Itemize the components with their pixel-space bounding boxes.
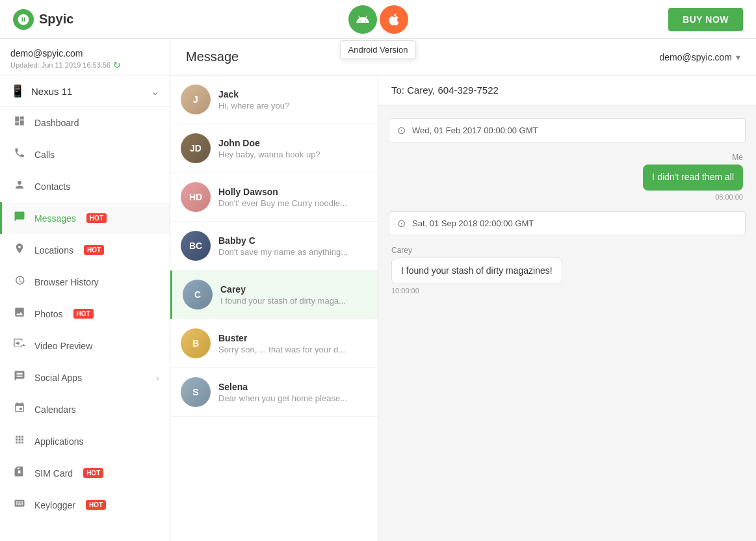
sidebar-item-label-calendars: Calendars bbox=[34, 404, 76, 415]
contacts-icon bbox=[12, 179, 27, 194]
contact-item-babby-c[interactable]: BC Babby C Don't save my name as anythin… bbox=[170, 222, 378, 270]
contact-info-buster: Buster Sorry son, ... that was for your … bbox=[218, 333, 367, 354]
contact-item-holly-dawson[interactable]: HD Holly Dawson Don't' ever Buy me Curry… bbox=[170, 173, 378, 222]
account-chevron-icon: ▾ bbox=[736, 52, 740, 62]
messages-icon bbox=[12, 211, 27, 226]
contact-name-selena: Selena bbox=[218, 382, 367, 392]
sidebar-item-label-messages: Messages bbox=[34, 213, 76, 224]
contact-item-john-doe[interactable]: JD John Doe Hey baby, wanna hook up? bbox=[170, 124, 378, 173]
date-1-text: Wed, 01 Feb 2017 00:00:00 GMT bbox=[412, 125, 538, 135]
contact-item-buster[interactable]: B Buster Sorry son, ... that was for you… bbox=[170, 319, 378, 368]
account-menu[interactable]: demo@spyic.com ▾ bbox=[660, 52, 740, 62]
contact-item-selena[interactable]: S Selena Dear when you get home please..… bbox=[170, 368, 378, 417]
sidebar-item-label-locations: Locations bbox=[34, 245, 73, 256]
applications-icon bbox=[12, 434, 27, 449]
sidebar-item-photos[interactable]: Photos HOT bbox=[0, 298, 170, 330]
photos-icon bbox=[12, 306, 27, 321]
contact-item-jack[interactable]: J Jack Hi, where are you? bbox=[170, 75, 378, 124]
nav-arrow-icon: › bbox=[156, 373, 159, 383]
page-wrapper: Message demo@spyic.com ▾ J Jack Hi, wher… bbox=[170, 39, 756, 541]
device-icon: 📱 bbox=[10, 84, 25, 98]
logo-icon bbox=[13, 9, 34, 30]
sidebar-item-keylogger[interactable]: Keylogger HOT bbox=[0, 489, 170, 521]
contact-info-holly-dawson: Holly Dawson Don't' ever Buy me Curry no… bbox=[218, 187, 367, 208]
contact-name-john-doe: John Doe bbox=[218, 138, 367, 148]
contact-preview-john-doe: Hey baby, wanna hook up? bbox=[218, 150, 367, 159]
ios-tab[interactable] bbox=[380, 5, 408, 34]
date-divider-2[interactable]: ⊙ Sat, 01 Sep 2018 02:00:00 GMT bbox=[389, 211, 746, 235]
sidebar-item-sim-card[interactable]: SIM Card HOT bbox=[0, 457, 170, 489]
sidebar-item-label-applications: Applications bbox=[34, 436, 84, 447]
chat-header: To: Carey, 604-329-7522 bbox=[378, 75, 756, 105]
hot-badge: HOT bbox=[86, 213, 107, 223]
sidebar-item-applications[interactable]: Applications bbox=[0, 425, 170, 457]
device-selector[interactable]: 📱 Nexus 11 ⌄ bbox=[0, 76, 170, 107]
sidebar-item-label-sim-card: SIM Card bbox=[34, 468, 73, 479]
platform-switcher: Android Version bbox=[348, 5, 408, 34]
contact-info-john-doe: John Doe Hey baby, wanna hook up? bbox=[218, 138, 367, 159]
sidebar-item-label-contacts: Contacts bbox=[34, 181, 70, 192]
refresh-icon[interactable]: ↻ bbox=[113, 60, 121, 70]
collapse-icon-2: ⊙ bbox=[397, 217, 406, 230]
message-1-time: 08:00:00 bbox=[715, 193, 743, 201]
sidebar-item-calendars[interactable]: Calendars bbox=[0, 393, 170, 425]
contact-info-jack: Jack Hi, where are you? bbox=[218, 89, 367, 111]
contact-preview-carey: I found your stash of dirty maga... bbox=[220, 296, 367, 306]
avatar-jack: J bbox=[181, 85, 211, 114]
user-email: demo@spyic.com bbox=[10, 48, 159, 59]
chat-area: To: Carey, 604-329-7522 ⊙ Wed, 01 Feb 20… bbox=[378, 75, 756, 541]
sim-card-icon bbox=[12, 466, 27, 481]
logo-area: Spyic bbox=[13, 9, 73, 30]
contact-name-holly-dawson: Holly Dawson bbox=[218, 187, 367, 197]
message-layout: J Jack Hi, where are you? JD John Doe He… bbox=[170, 75, 756, 541]
chat-messages: ⊙ Wed, 01 Feb 2017 00:00:00 GMT Me I did… bbox=[378, 105, 756, 541]
sidebar-item-social-apps[interactable]: Social Apps › bbox=[0, 362, 170, 393]
avatar-babby-c: BC bbox=[181, 231, 211, 261]
android-tab[interactable] bbox=[348, 5, 377, 34]
locations-icon bbox=[12, 243, 27, 257]
account-email: demo@spyic.com bbox=[660, 52, 732, 62]
calendars-icon bbox=[12, 402, 27, 417]
browser-history-icon bbox=[12, 274, 27, 289]
avatar-carey: C bbox=[183, 280, 213, 310]
keylogger-icon bbox=[12, 497, 27, 512]
sidebar-item-label-dashboard: Dashboard bbox=[34, 118, 79, 128]
contact-item-carey[interactable]: C Carey I found your stash of dirty maga… bbox=[170, 270, 378, 319]
sidebar-item-label-social-apps: Social Apps bbox=[34, 373, 82, 383]
contact-preview-babby-c: Don't save my name as anything... bbox=[218, 247, 367, 257]
avatar-selena: S bbox=[181, 377, 211, 407]
contact-list: J Jack Hi, where are you? JD John Doe He… bbox=[170, 75, 378, 541]
sidebar-item-label-calls: Calls bbox=[34, 150, 55, 160]
calls-icon bbox=[12, 147, 27, 162]
sidebar-item-video-preview[interactable]: Video Preview bbox=[0, 330, 170, 362]
sidebar-item-messages[interactable]: Messages HOT bbox=[0, 202, 170, 234]
sidebar-item-label-photos: Photos bbox=[34, 309, 63, 319]
sidebar-item-calls[interactable]: Calls bbox=[0, 139, 170, 170]
date-2-text: Sat, 01 Sep 2018 02:00:00 GMT bbox=[412, 218, 534, 228]
hot-badge: HOT bbox=[83, 468, 103, 478]
sidebar-item-dashboard[interactable]: Dashboard bbox=[0, 107, 170, 139]
contact-preview-jack: Hi, where are you? bbox=[218, 101, 367, 111]
user-updated: Updated: Jun 11 2019 16:53:56 ↻ bbox=[10, 60, 159, 70]
avatar-holly-dawson: HD bbox=[181, 182, 211, 212]
platform-tabs bbox=[348, 5, 408, 34]
buy-now-button[interactable]: BUY NOW bbox=[668, 8, 743, 31]
sidebar-item-browser-history[interactable]: Browser History bbox=[0, 266, 170, 298]
contact-name-babby-c: Babby C bbox=[218, 235, 367, 246]
sidebar-item-label-browser-history: Browser History bbox=[34, 277, 99, 287]
sidebar-item-locations[interactable]: Locations HOT bbox=[0, 234, 170, 266]
main-layout: demo@spyic.com Updated: Jun 11 2019 16:5… bbox=[0, 39, 756, 541]
message-1-bubble: I didn't read them all bbox=[643, 165, 743, 191]
page-title: Message bbox=[186, 49, 239, 64]
contact-preview-selena: Dear when you get home please... bbox=[218, 393, 367, 403]
contact-name-jack: Jack bbox=[218, 89, 367, 99]
video-preview-icon bbox=[12, 338, 27, 353]
avatar-john-doe: JD bbox=[181, 133, 211, 163]
message-2-time: 10:00:00 bbox=[391, 287, 419, 295]
sidebar-item-contacts[interactable]: Contacts bbox=[0, 170, 170, 202]
date-divider-1[interactable]: ⊙ Wed, 01 Feb 2017 00:00:00 GMT bbox=[389, 118, 746, 142]
sidebar: demo@spyic.com Updated: Jun 11 2019 16:5… bbox=[0, 39, 170, 541]
message-2-wrapper: Carey I found your stash of dirty magazi… bbox=[378, 242, 756, 299]
user-info: demo@spyic.com Updated: Jun 11 2019 16:5… bbox=[0, 39, 170, 76]
logo-text: Spyic bbox=[39, 12, 73, 27]
